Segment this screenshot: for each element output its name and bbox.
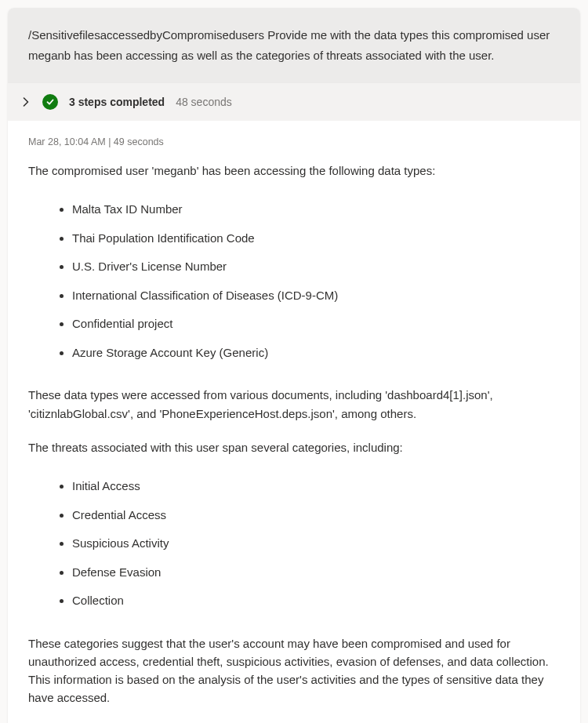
- prompt-block: /SensitivefilesaccessedbyCompromiseduser…: [8, 8, 580, 82]
- threats-intro: The threats associated with this user sp…: [28, 438, 560, 456]
- data-types-list: Malta Tax ID Number Thai Population Iden…: [28, 195, 560, 367]
- documents-paragraph: These data types were accessed from vari…: [28, 386, 560, 423]
- response-card: /SensitivefilesaccessedbyCompromiseduser…: [8, 8, 580, 723]
- list-item: Thai Population Identification Code: [72, 224, 560, 253]
- summary-paragraph: These categories suggest that the user's…: [28, 634, 560, 707]
- steps-completed-label: 3 steps completed: [69, 96, 165, 108]
- response-intro: The compromised user 'meganb' has been a…: [28, 162, 560, 180]
- list-item: International Classification of Diseases…: [72, 282, 560, 311]
- check-icon: [42, 94, 58, 110]
- list-item: Initial Access: [72, 472, 560, 501]
- list-item: Suspicious Activity: [72, 529, 560, 558]
- steps-duration: 48 seconds: [176, 96, 232, 108]
- list-item: Defense Evasion: [72, 558, 560, 587]
- list-item: Credential Access: [72, 501, 560, 530]
- list-item: Confidential project: [72, 310, 560, 339]
- list-item: Azure Storage Account Key (Generic): [72, 339, 560, 368]
- response-block: Mar 28, 10:04 AM | 49 seconds The compro…: [8, 121, 580, 723]
- prompt-text: /SensitivefilesaccessedbyCompromiseduser…: [28, 28, 550, 62]
- threat-categories-list: Initial Access Credential Access Suspici…: [28, 472, 560, 616]
- list-item: U.S. Driver's License Number: [72, 253, 560, 282]
- chevron-right-icon: [20, 96, 31, 107]
- list-item: Malta Tax ID Number: [72, 195, 560, 224]
- response-timestamp: Mar 28, 10:04 AM | 49 seconds: [28, 136, 560, 147]
- steps-bar[interactable]: 3 steps completed 48 seconds: [8, 82, 580, 121]
- list-item: Collection: [72, 587, 560, 616]
